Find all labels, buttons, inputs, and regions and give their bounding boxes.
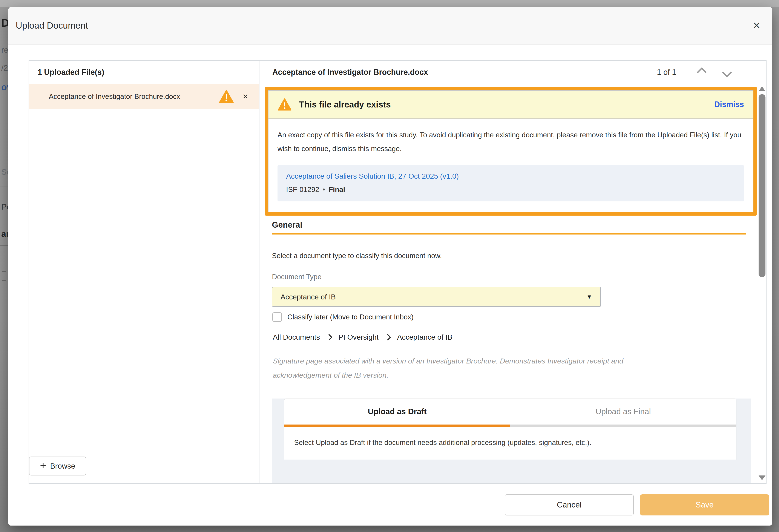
modal-footer: Cancel Save [8, 484, 772, 526]
document-detail-scroll-area: This file already exists Dismiss An exac… [259, 84, 758, 483]
general-section-heading: General [272, 220, 758, 230]
scroll-up-arrow-icon[interactable] [759, 86, 766, 91]
breadcrumb-separator-icon [326, 334, 333, 341]
breadcrumb-separator-icon [384, 334, 391, 341]
browse-label: Browse [50, 462, 75, 470]
classify-later-checkbox[interactable] [273, 312, 282, 322]
tab-label: Upload as Final [596, 407, 651, 416]
scrollbar-thumb[interactable] [759, 94, 766, 277]
document-detail-header: Acceptance of Investigator Brochure.docx… [259, 61, 766, 84]
active-tab-indicator [284, 424, 510, 427]
existing-document-meta: ISF-01292 • Final [286, 185, 735, 194]
document-reference: ISF-01292 [286, 185, 319, 194]
duplicate-file-alert: This file already exists Dismiss An exac… [264, 87, 757, 216]
uploaded-files-panel: 1 Uploaded File(s) Acceptance of Investi… [29, 61, 259, 483]
alert-title: This file already exists [299, 100, 391, 109]
background-divider [2, 271, 6, 272]
background-text-fragment: /2 [1, 64, 8, 73]
warning-icon [219, 90, 234, 103]
background-text-fragment: D [1, 17, 9, 29]
background-divider [2, 280, 6, 281]
document-type-label: Document Type [272, 273, 758, 281]
screen: D re /2 ov Se Pe an Upload Document ✕ 1 … [0, 0, 779, 532]
alert-message: An exact copy of this file exists for th… [278, 128, 742, 156]
background-divider [0, 245, 8, 246]
browse-button[interactable]: + Browse [29, 457, 86, 475]
upload-mode-tabs: Upload as Draft Upload as Final [284, 399, 736, 424]
uploaded-files-header: 1 Uploaded File(s) [29, 61, 259, 84]
modal-header: Upload Document ✕ [8, 7, 772, 45]
classify-instruction: Select a document type to classify this … [272, 252, 758, 260]
background-divider [0, 100, 8, 100]
bullet-separator: • [323, 185, 325, 194]
warning-icon [278, 98, 292, 111]
section-divider [272, 233, 746, 235]
existing-document-card: Acceptance of Saliers Solution IB, 27 Oc… [278, 165, 744, 201]
document-type-breadcrumb: All Documents PI Oversight Acceptance of… [273, 333, 758, 341]
chevron-up-icon[interactable] [697, 67, 707, 77]
scroll-down-arrow-icon[interactable] [759, 475, 766, 480]
save-button[interactable]: Save [640, 494, 769, 516]
caret-down-icon: ▼ [586, 294, 592, 300]
breadcrumb-item-acceptance-of-ib[interactable]: Acceptance of IB [397, 333, 452, 341]
existing-document-link[interactable]: Acceptance of Saliers Solution IB, 27 Oc… [286, 172, 735, 180]
uploaded-file-name: Acceptance of Investigator Brochure.docx [49, 93, 180, 101]
document-title: Acceptance of Investigator Brochure.docx [259, 68, 428, 77]
scrollbar[interactable] [758, 84, 766, 483]
tab-label: Upload as Draft [368, 407, 426, 416]
alert-body: An exact copy of this file exists for th… [268, 119, 753, 212]
upload-document-modal: Upload Document ✕ 1 Uploaded File(s) Acc… [8, 7, 772, 526]
uploaded-file-row[interactable]: Acceptance of Investigator Brochure.docx… [29, 84, 259, 109]
cancel-button[interactable]: Cancel [505, 494, 634, 516]
tab-upload-as-draft[interactable]: Upload as Draft [284, 399, 510, 424]
upload-mode-card: Upload as Draft Upload as Final Select U… [284, 399, 736, 460]
classify-later-option[interactable]: Classify later (Move to Document Inbox) [273, 312, 758, 322]
document-pagination: 1 of 1 [657, 68, 766, 77]
close-icon[interactable]: ✕ [753, 21, 761, 30]
upload-panels: 1 Uploaded File(s) Acceptance of Investi… [28, 60, 767, 484]
background-divider [0, 187, 8, 187]
document-status: Final [329, 185, 345, 194]
document-type-description: Signature page associated with a version… [273, 354, 681, 382]
remove-file-icon[interactable]: ✕ [242, 93, 248, 101]
chevron-down-icon[interactable] [722, 67, 732, 77]
duplicate-file-alert-inner: This file already exists Dismiss An exac… [268, 90, 754, 212]
breadcrumb-item-pi-oversight[interactable]: PI Oversight [338, 333, 378, 341]
classify-later-label: Classify later (Move to Document Inbox) [287, 313, 414, 321]
alert-banner: This file already exists Dismiss [268, 91, 753, 119]
upload-mode-section: Upload as Draft Upload as Final Select U… [272, 399, 751, 483]
background-divider [0, 195, 8, 195]
document-type-select[interactable]: Acceptance of IB ▼ [272, 287, 601, 307]
document-detail-panel: Acceptance of Investigator Brochure.docx… [259, 61, 766, 483]
pagination-label: 1 of 1 [657, 68, 676, 77]
document-type-value: Acceptance of IB [281, 293, 336, 301]
dismiss-link[interactable]: Dismiss [714, 100, 744, 109]
tab-underline [284, 424, 736, 427]
background-text-fragment: re [1, 46, 8, 55]
modal-title: Upload Document [8, 20, 88, 31]
tab-upload-as-final[interactable]: Upload as Final [510, 399, 736, 424]
tab-description: Select Upload as Draft if the document n… [284, 427, 736, 460]
breadcrumb-item-all-documents[interactable]: All Documents [273, 333, 320, 341]
